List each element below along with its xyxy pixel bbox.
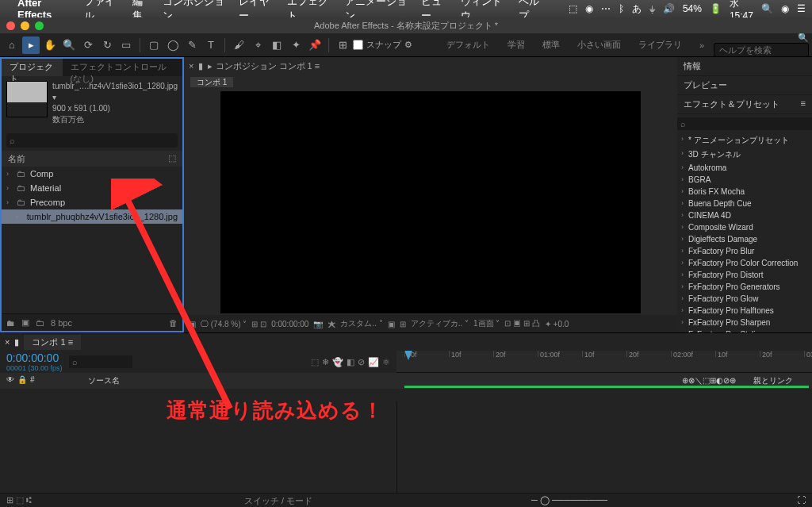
volume-icon[interactable]: 🔊 (663, 3, 675, 14)
composition-canvas[interactable] (220, 91, 641, 313)
work-area-bar[interactable] (404, 386, 809, 388)
timeline-layers[interactable] (0, 401, 812, 493)
close-button[interactable] (6, 21, 15, 30)
graph-editor-icon[interactable]: 📈 (368, 357, 379, 367)
time-ruler[interactable]: 00f10f20f01:00f10f20f02:00f10f20f03:0 (396, 351, 812, 373)
local-axis[interactable]: ⊞ (334, 36, 351, 54)
lock-column-icon[interactable]: 🔒 (17, 375, 27, 386)
section-info[interactable]: 情報 (677, 57, 812, 76)
preset-item[interactable]: * アニメーションプリセット (677, 133, 812, 148)
rect-tool[interactable]: ▢ (145, 36, 163, 54)
zoom-tool[interactable]: 🔍 (60, 36, 78, 54)
ellipse-tool[interactable]: ◯ (164, 36, 182, 54)
roto-tool[interactable]: ✦ (287, 36, 304, 54)
footer-switches-label[interactable]: スイッチ / モード (238, 494, 525, 507)
rotate-tool[interactable]: ↻ (98, 36, 116, 54)
viewer-timecode[interactable]: 0:00:00:00 (271, 320, 308, 328)
timeline-close-icon[interactable]: × (5, 337, 10, 347)
cc-icon[interactable]: ◉ (585, 3, 593, 14)
draft3d-icon[interactable]: ❄ (322, 357, 329, 367)
preset-item[interactable]: CINEMA 4D (677, 209, 812, 221)
puppet-tool[interactable]: 📌 (306, 36, 324, 54)
composition-viewer[interactable] (184, 89, 677, 315)
preset-item[interactable]: FxFactory Pro Generators (677, 281, 812, 293)
eye-column-icon[interactable]: 👁 (6, 375, 14, 386)
preset-item[interactable]: FxFactory Pro Halftones (677, 305, 812, 317)
comp-tab[interactable]: ▸ コンポジション コンポ 1 ≡ (208, 60, 320, 72)
preset-item[interactable]: Autokroma (677, 162, 812, 174)
preset-item[interactable]: 3D チャンネル (677, 148, 812, 162)
project-search-input[interactable] (6, 133, 178, 148)
help-search-input[interactable] (714, 43, 809, 57)
view-icons[interactable]: ⊡ ▣ ⊞ 凸 (504, 318, 539, 329)
effects-search-input[interactable] (677, 117, 812, 130)
home-tool[interactable]: ⌂ (3, 36, 21, 54)
orbit-tool[interactable]: ⟳ (79, 36, 97, 54)
workspace-library[interactable]: ライブラリ (638, 39, 682, 51)
preset-item[interactable]: Boris FX Mocha (677, 186, 812, 198)
section-effects[interactable]: エフェクト＆プリセット≡ (677, 95, 812, 114)
workspace-more[interactable]: » (699, 40, 704, 50)
comp-breadcrumb[interactable]: コンポ 1 (190, 77, 233, 87)
timeline-tab[interactable]: コンポ 1 ≡ (24, 335, 81, 350)
pen-tool[interactable]: ✎ (183, 36, 201, 54)
current-timecode[interactable]: 0:00:00:00 (6, 351, 63, 364)
section-preview[interactable]: プレビュー (677, 76, 812, 95)
zoom-out-icon[interactable]: ─ ◯ ───────── (531, 495, 607, 505)
delete-icon[interactable]: 🗑 (169, 318, 178, 328)
comp-mini-flowchart-icon[interactable]: ⬚ (311, 357, 319, 367)
channel-icon[interactable]: 🟊 (327, 320, 335, 328)
snap-toggle[interactable]: スナップ ⚙ (353, 39, 412, 51)
label-icon[interactable]: ⬚ (168, 153, 176, 164)
interpret-footage-icon[interactable]: 🖿 (6, 318, 15, 328)
preset-item[interactable]: Buena Depth Cue (677, 198, 812, 209)
project-item-list[interactable]: ›🗀Comp ›🗀Material ›🗀Precomp ▫tumblr_phuq… (2, 167, 182, 313)
timeline-grip-icon[interactable]: ▮ (14, 337, 19, 348)
folder-precomp[interactable]: ›🗀Precomp (2, 195, 182, 209)
status-icon[interactable]: ⬚ (569, 3, 577, 14)
resolution-dropdown[interactable]: ⊞ ⊡ (251, 320, 266, 328)
exposure[interactable]: ✦ +0.0 (545, 320, 569, 328)
project-column-header[interactable]: 名前⬚ (2, 151, 182, 167)
toggle-mask-icon[interactable]: ▣ (388, 320, 395, 328)
snap-checkbox[interactable] (353, 40, 363, 50)
eraser-tool[interactable]: ◧ (268, 36, 285, 54)
hand-tool[interactable]: ✋ (41, 36, 59, 54)
clone-tool[interactable]: ⌖ (249, 36, 266, 54)
workspace-learn[interactable]: 学習 (508, 39, 525, 51)
preset-item[interactable]: Composite Wizard (677, 221, 812, 233)
toggle-switches-icon[interactable]: ⊞ ⬚ ⑆ (6, 495, 32, 505)
text-tool[interactable]: T (202, 36, 220, 54)
preset-item[interactable]: FxFactory Pro Color Correction (677, 257, 812, 269)
minimize-button[interactable] (21, 21, 29, 30)
workspace-default[interactable]: デフォルト (446, 39, 490, 51)
preset-item[interactable]: BGRA (677, 174, 812, 186)
folder-comp[interactable]: ›🗀Comp (2, 167, 182, 181)
magnification-dropdown[interactable]: 🖵 (74.8 %) ˅ (201, 320, 247, 328)
selection-tool[interactable]: ▸ (22, 36, 40, 54)
workspace-small[interactable]: 小さい画面 (577, 39, 621, 51)
notification-icon[interactable]: ☰ (797, 3, 806, 14)
view-layout[interactable]: 1画面 ˅ (473, 318, 500, 329)
zoom-button[interactable] (35, 21, 44, 30)
snapshot-icon[interactable]: 📷 (313, 320, 323, 328)
preset-item[interactable]: FxFactory Pro Stylize (677, 328, 812, 332)
ime-icon[interactable]: あ (632, 2, 642, 16)
panel-grip-icon[interactable]: ▮ (198, 61, 203, 71)
preset-item[interactable]: FxFactory Pro Glow (677, 293, 812, 305)
tab-project[interactable]: プロジェクト (2, 59, 63, 76)
motion-blur-icon[interactable]: ⊘ (358, 357, 365, 367)
spotlight-icon[interactable]: 🔍 (761, 3, 773, 14)
new-folder-icon[interactable]: 🗀 (36, 318, 44, 328)
siri-icon[interactable]: ◉ (781, 3, 789, 14)
active-camera[interactable]: アクティブカ.. ˅ (411, 318, 469, 329)
preset-item[interactable]: FxFactory Pro Distort (677, 269, 812, 281)
preset-item[interactable]: FxFactory Pro Blur (677, 245, 812, 257)
effects-preset-list[interactable]: * アニメーションプリセット3D チャンネルAutokromaBGRABoris… (677, 133, 812, 332)
workspace-standard[interactable]: 標準 (542, 39, 560, 51)
tab-effect-controls[interactable]: エフェクトコントロール (なし) (63, 59, 182, 76)
custom-view[interactable]: カスタム.. ˅ (340, 318, 382, 329)
zoom-in-icon[interactable]: ⛶ (797, 495, 806, 505)
frame-blend-icon[interactable]: ◧ (347, 357, 354, 367)
panel-close-icon[interactable]: × (189, 61, 193, 71)
